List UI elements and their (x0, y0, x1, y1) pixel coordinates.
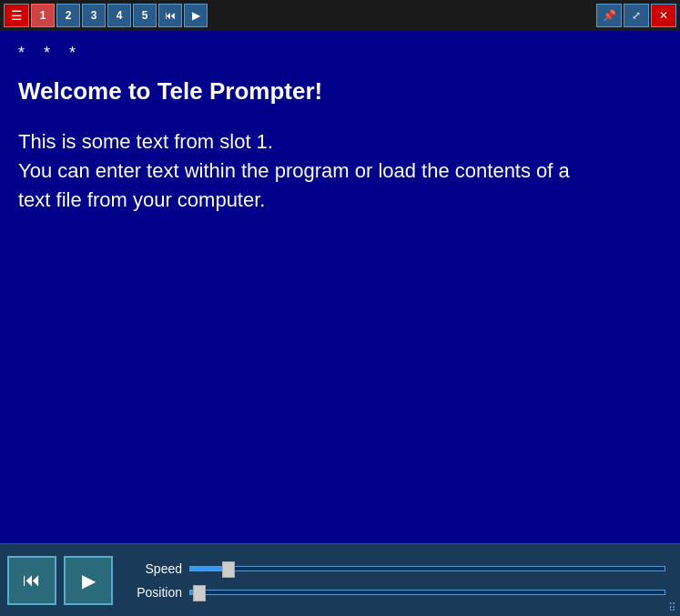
resize-handle[interactable]: ⠿ (668, 601, 676, 614)
body-text: This is some text from slot 1. You can e… (18, 127, 662, 215)
sliders-area: Speed Position (120, 561, 673, 600)
body-line2: You can enter text within the program or… (18, 159, 570, 182)
slot-5-button[interactable]: 5 (133, 4, 157, 27)
prev-button[interactable]: ⏮ (158, 4, 182, 27)
speed-row: Speed (127, 561, 665, 576)
play-ctrl-button[interactable]: ▶ (64, 556, 113, 605)
close-button[interactable]: ✕ (651, 4, 676, 27)
speed-thumb[interactable] (222, 561, 235, 578)
welcome-heading: Welcome to Tele Prompter! (18, 77, 662, 106)
slot-2-button[interactable]: 2 (56, 4, 80, 27)
stars-decoration: * * * (18, 44, 662, 63)
body-line3: text file from your computer. (18, 188, 265, 211)
position-track[interactable] (189, 590, 665, 595)
speed-track[interactable] (189, 566, 665, 571)
rewind-button[interactable]: ⏮ (7, 556, 56, 605)
slot-1-button[interactable]: 1 (31, 4, 55, 27)
resize-button[interactable]: ⤢ (624, 4, 649, 27)
bottom-bar: ⏮ ▶ Speed Position ⠿ (0, 543, 680, 616)
position-row: Position (127, 585, 665, 600)
slot-3-button[interactable]: 3 (82, 4, 106, 27)
speed-label: Speed (127, 561, 182, 576)
main-content: * * * Welcome to Tele Prompter! This is … (0, 31, 680, 571)
play-button[interactable]: ▶ (184, 4, 208, 27)
title-bar: ☰ 1 2 3 4 5 ⏮ ▶ 📌 ⤢ ✕ (0, 0, 680, 31)
body-line1: This is some text from slot 1. (18, 130, 273, 153)
pin-button[interactable]: 📌 (596, 4, 622, 27)
position-label: Position (127, 585, 182, 600)
position-thumb[interactable] (193, 585, 206, 601)
menu-button[interactable]: ☰ (4, 4, 29, 27)
slot-4-button[interactable]: 4 (107, 4, 131, 27)
